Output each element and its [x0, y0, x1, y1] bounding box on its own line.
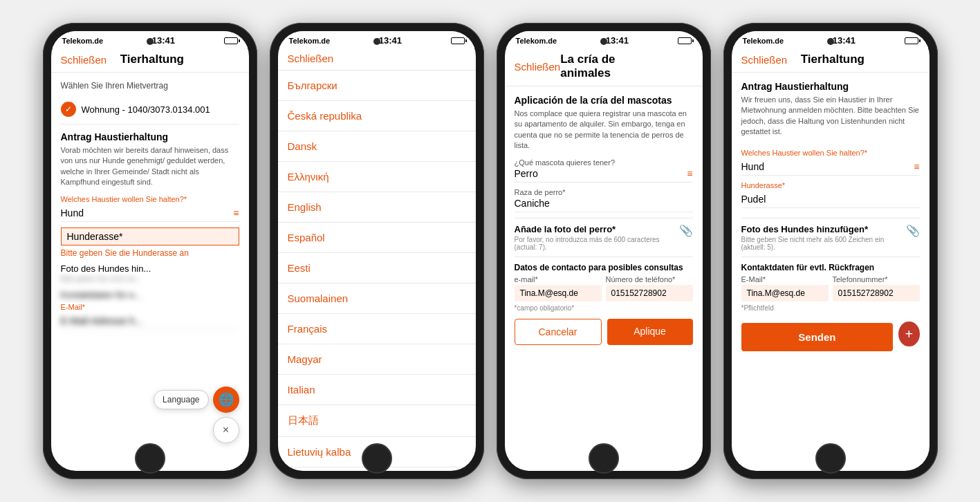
photo-add-section-3: Añade la foto del perro* Por favor, no i…	[515, 218, 693, 257]
photo-label-1: Foto des Hundes hin...	[61, 263, 239, 274]
contact-heading-1: Kontaktdaten für e...	[61, 290, 239, 300]
phone-3: Telekom.de 13:41 Schließen La cría de an…	[497, 23, 711, 479]
lang-item-1[interactable]: Česká republika	[278, 101, 476, 131]
field1-text-4: Hund	[741, 161, 764, 172]
field1-value-4[interactable]: Hund ≡	[741, 158, 920, 176]
app-header-2: Schließen	[278, 48, 476, 71]
close-fab-1[interactable]: ×	[213, 417, 239, 443]
close-icon-1: ×	[223, 424, 229, 436]
contact-section-1: Kontaktdaten für e... E-Mail* E-Mail-Adr…	[61, 290, 239, 330]
field2-row-3: Raza de perro* Caniche	[515, 188, 693, 212]
camera-dot-4	[827, 38, 834, 45]
camera-dot-2	[373, 38, 380, 45]
list-icon-1: ≡	[233, 207, 239, 219]
title-3: La cría de animales	[560, 53, 656, 80]
field1-value-3[interactable]: Perro ≡	[515, 168, 693, 183]
close-link-4[interactable]: Schließen	[741, 54, 788, 66]
contact-data-section-3: Datos de contacto para posibles consulta…	[515, 263, 693, 312]
screen-content-1: Wählen Sie Ihren Mietvertrag Wohnung - 1…	[51, 73, 249, 471]
app-header-1: Schließen Tierhaltung	[51, 48, 249, 73]
phone-input-4[interactable]: 015152728902	[833, 285, 920, 301]
field1-row-3: ¿Qué mascota quieres tener? Perro ≡	[515, 158, 693, 183]
battery-1	[224, 37, 238, 44]
lang-item-6[interactable]: Eesti	[278, 253, 476, 283]
email-input-3[interactable]: Tina.M@esq.de	[515, 285, 602, 301]
contact-email-val-1[interactable]: E-Mail-Adresse h...	[61, 313, 239, 330]
time-1: 13:41	[152, 35, 175, 46]
email-label-4: E-Mail*	[741, 275, 829, 283]
camera-dot-3	[600, 38, 607, 45]
phone-col-4: Telefonnummer* 015152728902	[833, 275, 920, 301]
photo-section-1: Foto des Hundes hin... Bitte geben Sie n…	[61, 263, 239, 283]
app-header-4: Schließen Tierhaltung	[732, 48, 930, 73]
lang-item-4[interactable]: English	[278, 192, 476, 223]
home-button-3[interactable]	[589, 443, 619, 474]
language-button-1[interactable]: Language	[154, 390, 208, 409]
list-icon-4: ≡	[914, 161, 919, 172]
floating-area-1: Language 🌐 ×	[154, 387, 239, 443]
time-4: 13:41	[833, 35, 856, 46]
home-button-1[interactable]	[135, 443, 165, 474]
lang-item-0[interactable]: Български	[278, 71, 476, 101]
cancel-button-3[interactable]: Cancelar	[515, 319, 602, 345]
photo-add-info-3: Añade la foto del perro* Por favor, no i…	[515, 224, 679, 251]
paperclip-icon-4[interactable]: 📎	[906, 224, 920, 237]
lang-item-7[interactable]: Suomalainen	[278, 283, 476, 314]
close-link-2[interactable]: Schließen	[288, 53, 334, 64]
paperclip-icon-3[interactable]: 📎	[679, 224, 693, 237]
screen-content-3: Aplicación de la cría del mascotas Nos c…	[505, 86, 703, 471]
lang-item-3[interactable]: Ελληνική	[278, 162, 476, 192]
battery-icon-4	[905, 37, 918, 44]
field2-label-1: Hunderasse*	[61, 227, 239, 245]
carrier-1: Telekom.de	[62, 37, 104, 45]
check-icon-1	[61, 102, 76, 117]
email-label-3: e-mail*	[515, 275, 602, 283]
plus-fab-4[interactable]: +	[898, 322, 919, 346]
lang-item-5[interactable]: Español	[278, 223, 476, 253]
section-heading-1: Antrag Haustierhaltung	[61, 131, 239, 142]
mandatory-note-3: *campo obligatorio*	[515, 304, 693, 312]
field2-value-4[interactable]: Pudel	[741, 191, 920, 208]
lang-item-9[interactable]: Magyar	[278, 344, 476, 375]
lang-item-2[interactable]: Dansk	[278, 131, 476, 162]
section-body-1: Vorab möchten wir bereits darauf hinweis…	[61, 145, 239, 188]
phone-label-3: Número de teléfono*	[606, 275, 693, 283]
contact-data-heading-3: Datos de contacto para posibles consulta…	[515, 263, 693, 272]
plus-icon-4: +	[905, 326, 914, 342]
photo-add-label-3: Añade la foto del perro*	[515, 224, 679, 234]
home-button-2[interactable]	[362, 443, 392, 474]
language-list: Български Česká republika Dansk Ελληνική…	[278, 71, 476, 467]
globe-button-1[interactable]: 🌐	[213, 387, 239, 413]
contact-heading-4: Kontaktdaten für evtl. Rückfragen	[741, 263, 920, 272]
time-3: 13:41	[606, 35, 629, 46]
field1-value-1[interactable]: Hund ≡	[61, 205, 239, 222]
contract-text-1: Wohnung - 1040/3073.0134.001	[82, 104, 210, 115]
close-link-1[interactable]: Schließen	[61, 54, 107, 66]
field2-label-3: Raza de perro*	[515, 188, 693, 196]
contract-item-1[interactable]: Wohnung - 1040/3073.0134.001	[61, 95, 239, 124]
send-row-4: Senden +	[741, 317, 920, 351]
email-col-4: E-Mail* Tina.M@esq.de	[741, 275, 829, 301]
apply-button-3[interactable]: Aplique	[607, 319, 693, 345]
field2-text-3: Caniche	[515, 198, 550, 209]
submit-button-4[interactable]: Senden	[741, 323, 894, 351]
battery-icon-2	[451, 37, 465, 44]
photo-add-sub-3: Por favor, no introduzca más de 600 cara…	[515, 236, 679, 251]
phone-2: Telekom.de 13:41 Schließen Български Čes…	[270, 23, 484, 479]
lang-item-10[interactable]: Italian	[278, 375, 476, 405]
section-label-1: Wählen Sie Ihren Mietvertrag	[61, 81, 239, 91]
email-input-4[interactable]: Tina.M@esq.de	[741, 285, 829, 301]
photo-add-sub-4: Bitte geben Sie nicht mehr als 600 Zeich…	[741, 236, 906, 251]
close-link-3[interactable]: Schließen	[515, 61, 561, 73]
lang-item-8[interactable]: Français	[278, 314, 476, 344]
field2-value-3[interactable]: Caniche	[515, 198, 693, 212]
field2-error-1: Bitte geben Sie die Hunderasse an	[61, 248, 239, 258]
lang-item-11[interactable]: 日本語	[278, 405, 476, 437]
phone-input-3[interactable]: 015152728902	[606, 285, 693, 301]
contact-email-label-1: E-Mail*	[61, 303, 239, 311]
carrier-3: Telekom.de	[516, 37, 557, 45]
title-4: Tierhaltung	[801, 53, 865, 66]
photo-sub-1: Bitte geben Sie nicht me...	[61, 275, 239, 283]
home-button-4[interactable]	[815, 443, 846, 474]
language-list-container: Български Česká republika Dansk Ελληνική…	[278, 71, 476, 471]
